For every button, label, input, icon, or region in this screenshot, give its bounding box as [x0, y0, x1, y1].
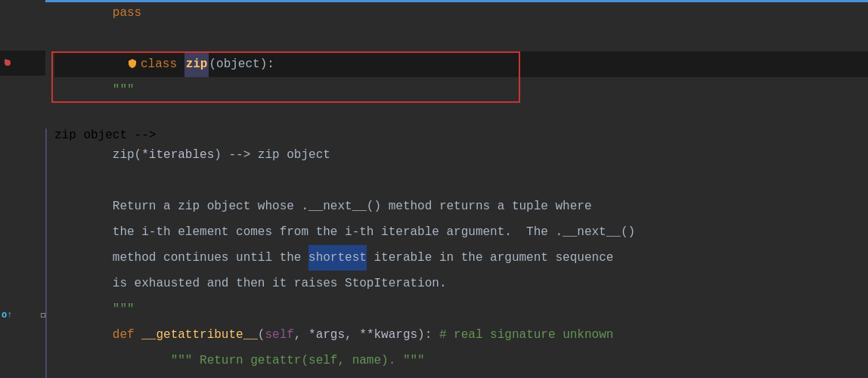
token-comma1: , — [294, 322, 308, 348]
token-pass-1: pass — [113, 0, 141, 26]
token-self: self — [265, 322, 293, 348]
token-classname-zip: zip — [184, 51, 209, 77]
token-doc-line1: Return a zip object whose .__next__() me… — [113, 194, 592, 219]
token-colon2: : — [425, 322, 439, 348]
token-args: *args — [308, 322, 345, 348]
code-line-10: .... method continues until the shortest… — [54, 245, 868, 271]
gutter-line-6 — [0, 126, 45, 151]
code-line-4: .... """ — [54, 77, 868, 103]
code-line-3: class zip(object): — [54, 51, 868, 77]
code-line-14: .... """ Return getattr(self, name). """ — [54, 348, 868, 373]
token-shortest: shortest — [308, 245, 367, 271]
token-zip-sig: zip( — [113, 142, 141, 168]
token-class: class — [141, 51, 184, 77]
token-comma2: , — [345, 322, 359, 348]
token-paren-def-close: ) — [417, 322, 425, 348]
token-doc-line3b: iterable in the argument sequence — [367, 245, 613, 271]
gutter-line-9 — [0, 202, 45, 227]
token-doc-line4: is exhausted and then it raises StopIter… — [113, 271, 447, 296]
gutter-line-4 — [0, 76, 45, 101]
code-line-7 — [54, 168, 868, 194]
code-line-6: .... zip(*iterables) --> zip object — [54, 142, 868, 168]
gutter-line-1 — [0, 0, 45, 25]
fold-indicator[interactable] — [41, 313, 45, 318]
token-colon: : — [267, 51, 274, 77]
token-iterables: *iterables — [141, 142, 214, 168]
token-triple-quote-1: """ — [113, 77, 135, 103]
gutter-line-14 — [0, 327, 45, 352]
gutter-line-7 — [0, 151, 45, 176]
gutter-line-5 — [0, 101, 45, 125]
token-triple-quote-2: """ — [113, 296, 135, 322]
gutter-line-2 — [0, 25, 45, 50]
editor-container: * o↑ — [0, 0, 868, 378]
token-def: def — [113, 322, 141, 348]
token-comment: # real signature unknown — [439, 322, 613, 348]
token-object: object — [216, 51, 260, 77]
gutter-line-8 — [0, 176, 45, 201]
breakpoint-marker — [5, 60, 11, 66]
code-line-1: .... pass — [54, 0, 868, 26]
code-line-13: .... def __getattribute__(self, *args, *… — [54, 322, 868, 348]
indent-1: .... — [54, 0, 113, 26]
code-line-5 — [54, 103, 868, 129]
code-line-12: .... """ — [54, 296, 868, 322]
code-line-9: .... the i-th element comes from the i-t… — [54, 219, 868, 245]
token-paren-open: ( — [209, 51, 216, 77]
token-zip-sig-end: ) --> zip object — [214, 142, 330, 168]
gutter-line-3: * — [0, 51, 45, 76]
code-area: .... pass class zip(object): — [48, 0, 868, 378]
code-line-15: .... pass — [54, 373, 868, 378]
gutter-arrow-indicator: o↑ — [2, 310, 12, 321]
gutter-line-12 — [0, 277, 45, 302]
outlined-wrapper: class zip(object): .... """ — [54, 51, 868, 103]
token-doc-line2: the i-th element comes from the i-th ite… — [113, 219, 635, 245]
code-line-11: .... is exhausted and then it raises Sto… — [54, 271, 868, 296]
gutter-line-11 — [0, 252, 45, 277]
code-line-8: .... Return a zip object whose .__next__… — [54, 194, 868, 219]
gutter-line-13: o↑ — [0, 302, 45, 327]
token-kwargs: **kwargs — [359, 322, 417, 348]
token-doc-line3: method continues until the — [113, 245, 308, 271]
gutter-line-10 — [0, 227, 45, 252]
token-paren-close: ) — [260, 51, 268, 77]
token-docstring-getattr: """ Return getattr(self, name). """ — [171, 348, 425, 373]
token-paren-def-open: ( — [258, 322, 265, 348]
gutter: * o↑ — [0, 0, 45, 378]
code-line-2 — [54, 26, 868, 51]
gutter-line-15 — [0, 353, 45, 378]
token-pass-2: pass — [171, 373, 200, 378]
token-func-name: __getattribute__ — [141, 322, 258, 348]
